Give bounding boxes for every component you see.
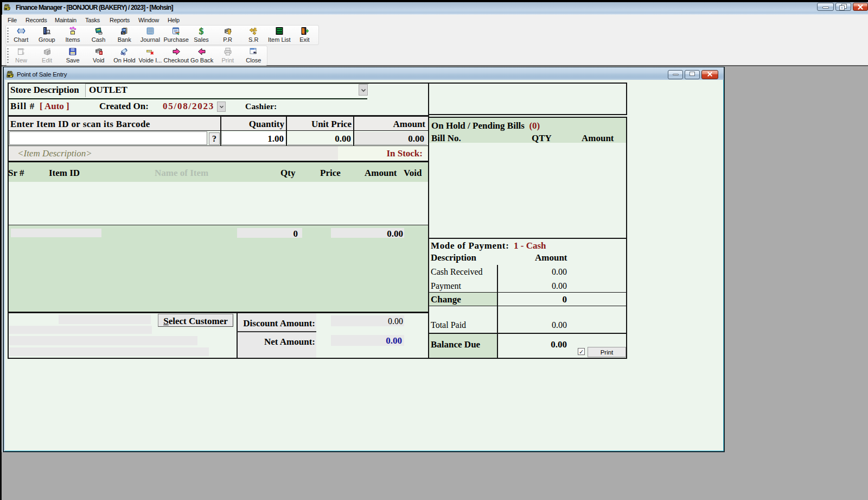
svg-text:$: $ (199, 27, 204, 35)
